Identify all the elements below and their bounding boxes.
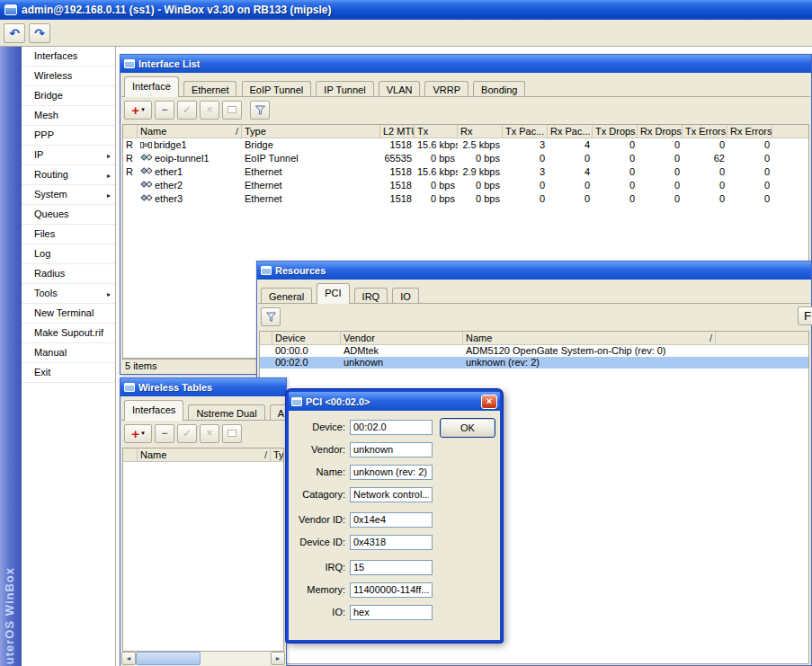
horizontal-scrollbar[interactable]: ◄ ► [121, 652, 285, 665]
plus-icon: + [131, 102, 139, 118]
sidebar-item-system[interactable]: System▸ [22, 185, 115, 205]
column-tx[interactable]: Tx [415, 125, 458, 138]
eoip-icon [140, 153, 153, 165]
table-row[interactable]: ether3 Ethernet 1518 0 bps 0 bps 0 0 0 0… [123, 192, 808, 206]
column-type[interactable]: Ty [271, 448, 284, 462]
device-field[interactable] [350, 420, 433, 435]
tab-irq[interactable]: IRQ [354, 288, 388, 304]
redo-button[interactable]: ↷ [29, 23, 50, 43]
sidebar-item-mesh[interactable]: Mesh [22, 106, 115, 126]
tab-pci[interactable]: PCI [317, 283, 349, 304]
column-flags[interactable] [123, 125, 138, 138]
column-rx-packets[interactable]: Rx Pac... [548, 125, 593, 138]
column-label: Name [140, 125, 166, 138]
pci-dialog-titlebar[interactable]: PCI <00:02.0> × [289, 392, 500, 411]
column-tx-drops[interactable]: Tx Drops [593, 125, 638, 138]
tab-ethernet[interactable]: Ethernet [183, 81, 237, 97]
comment-button[interactable] [222, 424, 242, 443]
sidebar-item-exit[interactable]: Exit [22, 363, 115, 383]
sidebar-item-ip[interactable]: IP▸ [22, 146, 115, 165]
main-titlebar[interactable]: admin@192.168.0.11 (ss1) - WinBox v3.30 … [0, 0, 812, 20]
close-button[interactable]: × [481, 395, 497, 409]
scrollbar-thumb[interactable] [136, 652, 201, 665]
remove-button[interactable]: − [155, 101, 174, 120]
irq-field[interactable] [350, 560, 433, 575]
comment-button[interactable] [222, 101, 242, 120]
sidebar-item-queues[interactable]: Queues [22, 205, 115, 225]
tab-interfaces[interactable]: Interfaces [124, 400, 183, 421]
sidebar-item-routing[interactable]: Routing▸ [22, 165, 115, 185]
filter-button[interactable] [250, 101, 270, 120]
enable-button[interactable]: ✓ [177, 101, 197, 120]
column-name[interactable]: Name/ [138, 448, 271, 462]
find-button[interactable]: F [798, 306, 812, 325]
table-row-selected[interactable]: 00:02.0 unknown unknown (rev: 2) [260, 357, 808, 369]
undo-button[interactable]: ↶ [4, 23, 25, 43]
column-flags[interactable] [123, 448, 138, 462]
add-button[interactable]: +▾ [124, 424, 152, 443]
vendor-id-field[interactable] [350, 512, 433, 528]
column-flags[interactable] [260, 332, 272, 345]
io-field[interactable] [350, 605, 433, 620]
sidebar-item-interfaces[interactable]: Interfaces [22, 47, 115, 67]
table-row[interactable]: 00:00.0 ADMtek ADM5120 OpenGate System-o… [260, 345, 808, 357]
tab-access-list[interactable]: A [270, 404, 285, 421]
wireless-tables-titlebar[interactable]: Wireless Tables [120, 378, 286, 396]
tab-eoip-tunnel[interactable]: EoIP Tunnel [242, 81, 312, 97]
remove-button[interactable]: − [155, 424, 174, 443]
column-l2mtu[interactable]: L2 MTU [380, 125, 415, 138]
table-row[interactable]: R bridge1 Bridge 1518 15.6 kbps 2.5 kbps… [123, 138, 808, 152]
sidebar-item-manual[interactable]: Manual [22, 343, 115, 363]
tab-ip-tunnel[interactable]: IP Tunnel [316, 81, 373, 97]
vendor-field[interactable] [350, 442, 433, 457]
name-cell: ether3 [138, 192, 242, 206]
column-vendor[interactable]: Vendor [341, 332, 463, 345]
ok-button[interactable]: OK [440, 418, 495, 438]
menu-label: Tools [34, 288, 58, 298]
column-tx-packets[interactable]: Tx Pac... [503, 125, 548, 138]
sidebar-item-radius[interactable]: Radius [22, 264, 115, 284]
tab-bonding[interactable]: Bonding [473, 81, 525, 97]
scrollbar-track[interactable] [201, 652, 271, 665]
table-row[interactable]: R ether1 Ethernet 1518 15.6 kbps 2.9 kbp… [123, 165, 808, 179]
sidebar-item-files[interactable]: Files [22, 225, 115, 244]
sidebar-item-tools[interactable]: Tools▸ [22, 284, 115, 304]
column-name[interactable]: Name/ [463, 332, 716, 345]
menu-label: New Terminal [34, 307, 94, 318]
sidebar-item-make-supout[interactable]: Make Supout.rif [22, 324, 115, 343]
column-rx-drops[interactable]: Rx Drops [638, 125, 683, 138]
table-row[interactable]: ether2 Ethernet 1518 0 bps 0 bps 0 0 0 0… [123, 179, 808, 192]
tab-vrrp[interactable]: VRRP [424, 81, 468, 97]
sidebar-item-bridge[interactable]: Bridge [22, 86, 115, 106]
memory-field[interactable] [350, 582, 433, 598]
category-field[interactable] [350, 487, 433, 502]
sidebar-item-ppp[interactable]: PPP [22, 126, 115, 146]
column-name[interactable]: Name/ [138, 125, 242, 138]
resources-titlebar[interactable]: Resources [257, 262, 811, 280]
column-tx-errors[interactable]: Tx Errors [683, 125, 727, 138]
tab-io[interactable]: IO [392, 288, 419, 304]
minus-icon: − [161, 427, 167, 440]
sidebar-item-new-terminal[interactable]: New Terminal [22, 304, 115, 324]
device-id-field[interactable] [350, 535, 433, 550]
scroll-right-button[interactable]: ► [271, 652, 285, 665]
tab-general[interactable]: General [261, 288, 312, 304]
table-row[interactable]: R eoip-tunnel1 EoIP Tunnel 65535 0 bps 0… [123, 152, 808, 165]
add-button[interactable]: +▾ [124, 101, 152, 120]
column-type[interactable]: Type [242, 125, 380, 138]
tab-interface[interactable]: Interface [124, 76, 179, 97]
scroll-left-button[interactable]: ◄ [121, 652, 136, 665]
sidebar-item-log[interactable]: Log [22, 244, 115, 264]
disable-button[interactable]: × [200, 101, 219, 120]
enable-button[interactable]: ✓ [177, 424, 197, 443]
column-rx[interactable]: Rx [458, 125, 503, 138]
interface-list-titlebar[interactable]: Interface List [120, 55, 811, 73]
sidebar-item-wireless[interactable]: Wireless [22, 67, 115, 86]
column-device[interactable]: Device [272, 332, 341, 345]
name-field[interactable] [350, 465, 433, 480]
disable-button[interactable]: × [200, 424, 219, 443]
tab-vlan[interactable]: VLAN [379, 81, 421, 97]
column-rx-errors[interactable]: Rx Errors [727, 125, 772, 138]
tab-nstreme-dual[interactable]: Nstreme Dual [188, 404, 264, 421]
filter-button[interactable] [261, 307, 281, 326]
